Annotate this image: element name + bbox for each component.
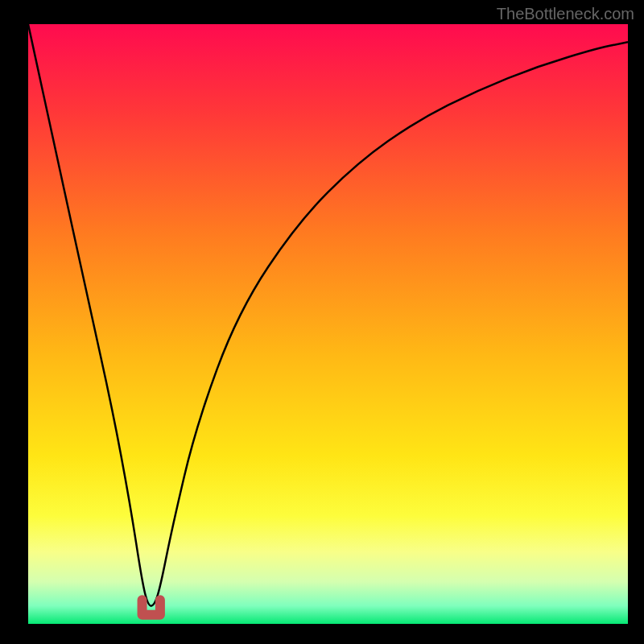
watermark-text: TheBottleneck.com	[497, 5, 634, 23]
gradient-background	[28, 24, 628, 624]
bottleneck-chart	[28, 24, 628, 624]
chart-container	[28, 24, 628, 624]
